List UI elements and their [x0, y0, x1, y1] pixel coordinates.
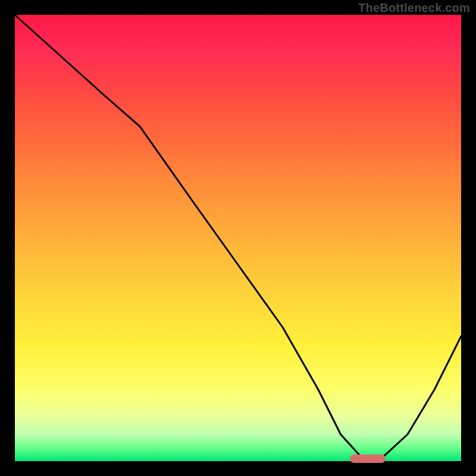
bottleneck-curve-svg	[15, 15, 461, 461]
optimal-range-marker	[350, 455, 386, 463]
watermark-label: TheBottleneck.com	[358, 1, 470, 15]
bottleneck-curve	[15, 15, 461, 459]
chart-container: TheBottleneck.com	[0, 0, 476, 476]
